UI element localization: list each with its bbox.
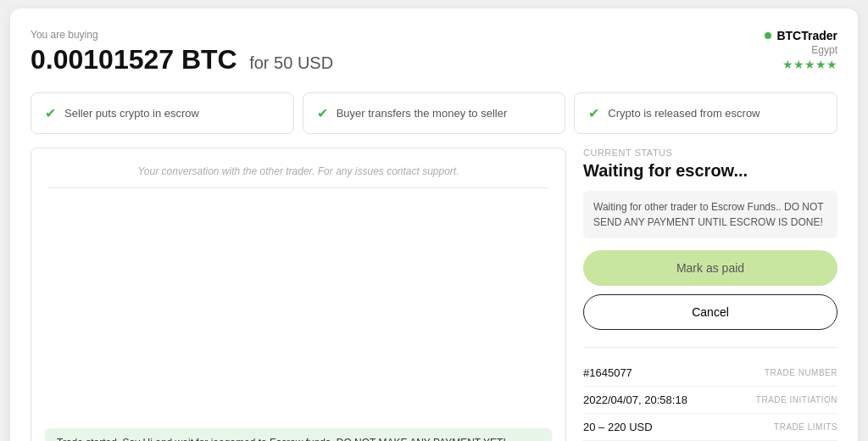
trade-number-label: TRADE NUMBER [765,368,837,377]
header-left: You are buying 0.00101527 BTC for 50 USD [31,29,333,75]
btc-amount: 0.00101527 BTC [31,44,237,75]
header-right: BTCTrader Egypt ★★★★★ [765,29,837,71]
trade-initiation-row: 2022/04/07, 20:58:18 TRADE INITIATION [583,387,837,414]
main-content: Your conversation with the other trader.… [31,148,837,441]
chat-placeholder-text: Your conversation with the other trader.… [48,165,548,177]
trader-name: BTCTrader [776,29,837,42]
step1-check-icon: ✔ [45,105,56,121]
cancel-button[interactable]: Cancel [583,294,837,330]
you-are-buying-label: You are buying [31,29,333,41]
step3-label: Crypto is released from escrow [608,107,760,120]
trade-limits-row: 20 – 220 USD TRADE LIMITS [583,414,837,441]
escrow-notice: Waiting for other trader to Escrow Funds… [583,191,837,238]
trade-number-value: #1645077 [583,366,632,379]
current-status-label: CURRENT STATUS [583,148,837,158]
step3-check-icon: ✔ [588,105,599,121]
main-container: You are buying 0.00101527 BTC for 50 USD… [10,8,858,441]
steps-row: ✔ Seller puts crypto in escrow ✔ Buyer t… [31,92,837,134]
chat-area: Your conversation with the other trader.… [31,148,565,428]
trade-limits-label: TRADE LIMITS [774,422,837,432]
header: You are buying 0.00101527 BTC for 50 USD… [31,29,837,75]
trade-number-row: #1645077 TRADE NUMBER [583,360,837,387]
chat-panel: Your conversation with the other trader.… [31,148,566,441]
trade-amount: 0.00101527 BTC for 50 USD [31,44,333,75]
online-indicator [765,32,771,39]
trade-started-message: Trade started. Say Hi and wait for joega… [45,428,552,441]
trade-details: #1645077 TRADE NUMBER 2022/04/07, 20:58:… [583,347,837,441]
trade-initiation-label: TRADE INITIATION [756,395,837,405]
chat-divider [48,187,548,188]
trader-country: Egypt [765,44,837,56]
mark-as-paid-button[interactable]: Mark as paid [583,250,837,286]
right-panel: CURRENT STATUS Waiting for escrow... Wai… [583,148,837,441]
step2-label: Buyer transfers the money to seller [337,107,508,120]
step-3: ✔ Crypto is released from escrow [574,92,837,134]
trader-stars: ★★★★★ [765,58,837,71]
step2-check-icon: ✔ [317,105,328,121]
for-text: for 50 USD [245,53,334,72]
trade-limits-value: 20 – 220 USD [583,421,653,433]
step1-label: Seller puts crypto in escrow [64,107,199,120]
step-2: ✔ Buyer transfers the money to seller [303,92,566,134]
status-title: Waiting for escrow... [583,161,837,181]
trader-row: BTCTrader [765,29,837,42]
step-1: ✔ Seller puts crypto in escrow [31,92,294,134]
trade-initiation-value: 2022/04/07, 20:58:18 [583,394,687,406]
